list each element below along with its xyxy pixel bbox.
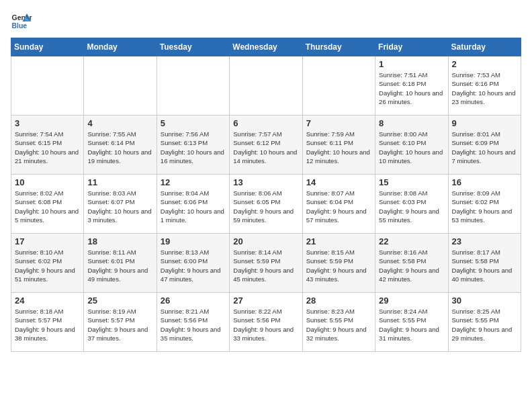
day-info: Sunrise: 8:00 AMSunset: 6:10 PMDaylight:… [379, 130, 444, 165]
day-info: Sunrise: 7:54 AMSunset: 6:15 PMDaylight:… [15, 130, 80, 165]
day-number: 28 [306, 295, 371, 306]
col-header-wednesday: Wednesday [230, 38, 302, 56]
day-cell [302, 56, 375, 116]
calendar-table: SundayMondayTuesdayWednesdayThursdayFrid… [11, 38, 521, 352]
day-number: 10 [15, 177, 80, 187]
day-info: Sunrise: 7:59 AMSunset: 6:11 PMDaylight:… [306, 130, 371, 165]
day-cell: 27Sunrise: 8:22 AMSunset: 5:56 PMDayligh… [230, 293, 302, 352]
day-number: 7 [306, 118, 371, 128]
day-info: Sunrise: 8:13 AMSunset: 6:00 PMDaylight:… [161, 248, 226, 283]
day-number: 23 [452, 236, 517, 246]
day-info: Sunrise: 7:55 AMSunset: 6:14 PMDaylight:… [87, 130, 152, 165]
week-row-2: 3Sunrise: 7:54 AMSunset: 6:15 PMDaylight… [11, 116, 521, 175]
day-cell [11, 56, 84, 116]
day-number: 11 [87, 177, 152, 187]
day-cell: 14Sunrise: 8:07 AMSunset: 6:04 PMDayligh… [302, 175, 375, 234]
day-info: Sunrise: 8:10 AMSunset: 6:02 PMDaylight:… [15, 248, 80, 283]
logo: General Blue [11, 11, 34, 32]
day-number: 26 [161, 295, 226, 306]
col-header-thursday: Thursday [302, 38, 375, 56]
day-cell: 11Sunrise: 8:03 AMSunset: 6:07 PMDayligh… [84, 175, 157, 234]
day-info: Sunrise: 8:19 AMSunset: 5:57 PMDaylight:… [87, 307, 152, 342]
day-cell: 8Sunrise: 8:00 AMSunset: 6:10 PMDaylight… [375, 116, 448, 175]
day-cell: 13Sunrise: 8:06 AMSunset: 6:05 PMDayligh… [230, 175, 302, 234]
day-cell: 7Sunrise: 7:59 AMSunset: 6:11 PMDaylight… [302, 116, 375, 175]
day-number: 30 [452, 295, 517, 306]
col-header-monday: Monday [84, 38, 157, 56]
day-cell: 1Sunrise: 7:51 AMSunset: 6:18 PMDaylight… [375, 56, 448, 116]
day-number: 24 [15, 295, 80, 306]
col-header-tuesday: Tuesday [157, 38, 229, 56]
day-number: 20 [233, 236, 298, 246]
day-cell: 6Sunrise: 7:57 AMSunset: 6:12 PMDaylight… [230, 116, 302, 175]
col-header-sunday: Sunday [11, 38, 84, 56]
day-cell: 20Sunrise: 8:14 AMSunset: 5:59 PMDayligh… [230, 234, 302, 293]
week-row-1: 1Sunrise: 7:51 AMSunset: 6:18 PMDaylight… [11, 56, 521, 116]
col-header-friday: Friday [375, 38, 448, 56]
day-number: 15 [379, 177, 444, 187]
day-info: Sunrise: 8:23 AMSunset: 5:55 PMDaylight:… [306, 307, 371, 342]
day-number: 13 [233, 177, 298, 187]
day-info: Sunrise: 8:24 AMSunset: 5:55 PMDaylight:… [379, 307, 444, 342]
day-number: 8 [379, 118, 444, 128]
day-cell: 24Sunrise: 8:18 AMSunset: 5:57 PMDayligh… [11, 293, 84, 352]
week-row-5: 24Sunrise: 8:18 AMSunset: 5:57 PMDayligh… [11, 293, 521, 352]
day-cell: 25Sunrise: 8:19 AMSunset: 5:57 PMDayligh… [84, 293, 157, 352]
day-number: 27 [233, 295, 298, 306]
header: General Blue [11, 11, 521, 32]
week-row-3: 10Sunrise: 8:02 AMSunset: 6:08 PMDayligh… [11, 175, 521, 234]
day-cell: 5Sunrise: 7:56 AMSunset: 6:13 PMDaylight… [157, 116, 229, 175]
day-cell: 4Sunrise: 7:55 AMSunset: 6:14 PMDaylight… [84, 116, 157, 175]
day-cell: 15Sunrise: 8:08 AMSunset: 6:03 PMDayligh… [375, 175, 448, 234]
logo-icon: General Blue [11, 11, 32, 32]
day-number: 16 [452, 177, 517, 187]
day-cell: 18Sunrise: 8:11 AMSunset: 6:01 PMDayligh… [84, 234, 157, 293]
day-number: 9 [452, 118, 517, 128]
day-number: 21 [306, 236, 371, 246]
day-info: Sunrise: 8:11 AMSunset: 6:01 PMDaylight:… [87, 248, 152, 283]
day-number: 3 [15, 118, 80, 128]
day-cell: 16Sunrise: 8:09 AMSunset: 6:02 PMDayligh… [448, 175, 521, 234]
day-info: Sunrise: 7:51 AMSunset: 6:18 PMDaylight:… [379, 71, 444, 106]
calendar-header-row: SundayMondayTuesdayWednesdayThursdayFrid… [11, 38, 521, 56]
day-cell: 26Sunrise: 8:21 AMSunset: 5:56 PMDayligh… [157, 293, 229, 352]
day-info: Sunrise: 8:17 AMSunset: 5:58 PMDaylight:… [452, 248, 517, 283]
day-cell: 9Sunrise: 8:01 AMSunset: 6:09 PMDaylight… [448, 116, 521, 175]
day-number: 1 [379, 59, 444, 69]
day-cell: 19Sunrise: 8:13 AMSunset: 6:00 PMDayligh… [157, 234, 229, 293]
day-number: 17 [15, 236, 80, 246]
day-cell [230, 56, 302, 116]
day-info: Sunrise: 8:01 AMSunset: 6:09 PMDaylight:… [452, 130, 517, 165]
day-info: Sunrise: 7:56 AMSunset: 6:13 PMDaylight:… [161, 130, 226, 165]
day-cell: 10Sunrise: 8:02 AMSunset: 6:08 PMDayligh… [11, 175, 84, 234]
day-info: Sunrise: 8:15 AMSunset: 5:59 PMDaylight:… [306, 248, 371, 283]
day-info: Sunrise: 8:02 AMSunset: 6:08 PMDaylight:… [15, 189, 80, 224]
day-info: Sunrise: 8:07 AMSunset: 6:04 PMDaylight:… [306, 189, 371, 224]
day-cell: 28Sunrise: 8:23 AMSunset: 5:55 PMDayligh… [302, 293, 375, 352]
svg-text:Blue: Blue [12, 22, 28, 30]
day-number: 6 [233, 118, 298, 128]
week-row-4: 17Sunrise: 8:10 AMSunset: 6:02 PMDayligh… [11, 234, 521, 293]
day-number: 14 [306, 177, 371, 187]
day-cell: 12Sunrise: 8:04 AMSunset: 6:06 PMDayligh… [157, 175, 229, 234]
day-number: 4 [87, 118, 152, 128]
day-info: Sunrise: 8:21 AMSunset: 5:56 PMDaylight:… [161, 307, 226, 342]
day-cell: 17Sunrise: 8:10 AMSunset: 6:02 PMDayligh… [11, 234, 84, 293]
day-number: 19 [161, 236, 226, 246]
day-number: 29 [379, 295, 444, 306]
day-info: Sunrise: 8:14 AMSunset: 5:59 PMDaylight:… [233, 248, 298, 283]
day-info: Sunrise: 7:57 AMSunset: 6:12 PMDaylight:… [233, 130, 298, 165]
day-cell: 29Sunrise: 8:24 AMSunset: 5:55 PMDayligh… [375, 293, 448, 352]
day-cell: 22Sunrise: 8:16 AMSunset: 5:58 PMDayligh… [375, 234, 448, 293]
day-cell: 30Sunrise: 8:25 AMSunset: 5:55 PMDayligh… [448, 293, 521, 352]
day-info: Sunrise: 8:22 AMSunset: 5:56 PMDaylight:… [233, 307, 298, 342]
day-info: Sunrise: 8:18 AMSunset: 5:57 PMDaylight:… [15, 307, 80, 342]
day-info: Sunrise: 8:06 AMSunset: 6:05 PMDaylight:… [233, 189, 298, 224]
day-number: 12 [161, 177, 226, 187]
day-info: Sunrise: 8:08 AMSunset: 6:03 PMDaylight:… [379, 189, 444, 224]
day-info: Sunrise: 8:04 AMSunset: 6:06 PMDaylight:… [161, 189, 226, 224]
day-number: 5 [161, 118, 226, 128]
day-number: 2 [452, 59, 517, 69]
day-cell: 2Sunrise: 7:53 AMSunset: 6:16 PMDaylight… [448, 56, 521, 116]
day-number: 25 [87, 295, 152, 306]
